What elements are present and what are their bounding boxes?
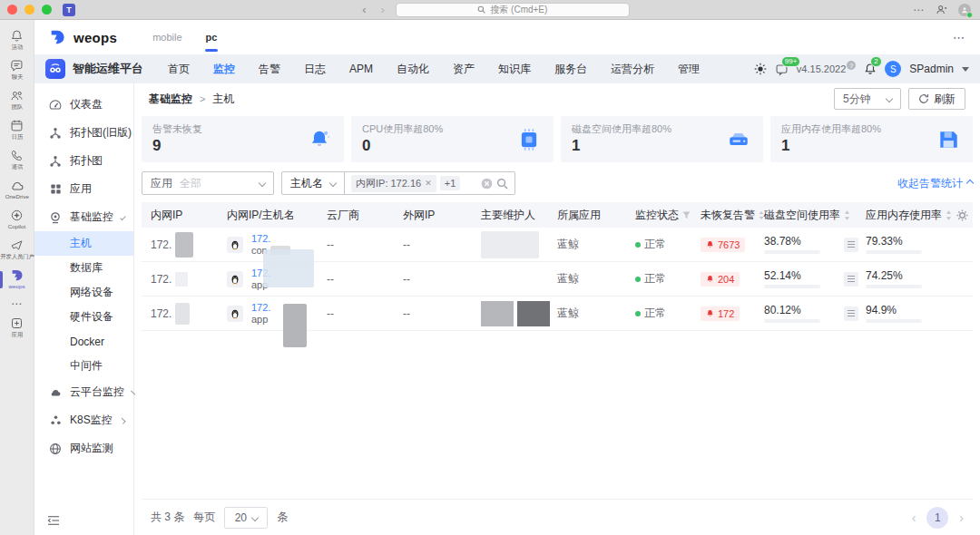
linux-os-icon (227, 271, 243, 287)
alarm-count-badge[interactable]: 172 (701, 306, 740, 321)
user-menu-caret-icon[interactable] (962, 67, 969, 72)
col-header-label: 外网IP (403, 208, 435, 223)
nav-item-automation[interactable]: 自动化 (385, 54, 441, 83)
nav-item-analysis[interactable]: 运营分析 (599, 54, 666, 83)
sidebar-item-k8s-monitor[interactable]: K8S监控 (34, 406, 133, 434)
sidebar-item-dashboard[interactable]: 仪表盘 (34, 91, 133, 119)
col-header-alarms[interactable]: 未恢复告警 (701, 208, 764, 223)
rail-item-weops[interactable]: weops (0, 265, 34, 295)
sidebar-item-application[interactable]: 应用 (34, 175, 133, 203)
breadcrumb-level1[interactable]: 基础监控 (149, 92, 192, 107)
global-search-input[interactable]: 搜索 (Cmd+E) (396, 3, 630, 17)
nav-item-log[interactable]: 日志 (292, 54, 338, 83)
disk-detail-button[interactable] (844, 306, 858, 321)
sidebar-item-hardware-device[interactable]: 硬件设备 (34, 305, 133, 329)
nav-item-monitor[interactable]: 监控 (201, 54, 247, 83)
cloud-monitor-icon (49, 386, 62, 399)
application-filter-select[interactable]: 应用 全部 (142, 171, 274, 195)
sort-icon[interactable] (946, 210, 952, 220)
interval-select[interactable]: 5分钟 (834, 88, 901, 110)
rail-item-calendar[interactable]: 日历 (0, 115, 34, 145)
rail-item-chat[interactable]: 聊天 (0, 55, 34, 85)
current-page-button[interactable]: 1 (926, 507, 948, 529)
username[interactable]: SPadmin (909, 63, 954, 75)
version-help-icon[interactable]: ? (847, 61, 856, 70)
nav-item-admin[interactable]: 管理 (666, 54, 711, 83)
nav-item-alarm[interactable]: 告警 (247, 54, 292, 83)
tab-pc[interactable]: pc (194, 20, 230, 54)
sidebar-item-topology[interactable]: 拓扑图 (34, 147, 133, 175)
collapse-alarm-stats-link[interactable]: 收起告警统计 (897, 176, 973, 191)
sort-icon[interactable] (844, 210, 850, 220)
minimize-window-button[interactable] (24, 5, 34, 15)
more-tags-badge[interactable]: +1 (440, 176, 461, 190)
col-header-status[interactable]: 监控状态 (635, 208, 701, 223)
nav-item-assets[interactable]: 资产 (441, 54, 486, 83)
message-center-button[interactable]: 99+ (775, 63, 789, 76)
close-window-button[interactable] (7, 5, 17, 15)
rail-item-onedrive[interactable]: OneDrive (0, 175, 34, 205)
app-body: 仪表盘 拓扑图(旧版) 拓扑图 应用 基础监控 (34, 83, 980, 535)
alarm-count-badge[interactable]: 204 (701, 272, 740, 287)
forward-button[interactable]: › (377, 4, 388, 15)
column-settings-button[interactable] (956, 209, 973, 221)
rail-item-label: 聊天 (11, 74, 22, 81)
contacts-icon[interactable] (936, 4, 947, 15)
cell-maintainer (481, 231, 557, 258)
header-more-button[interactable]: ⋯ (953, 31, 965, 44)
refresh-button[interactable]: 刷新 (908, 88, 965, 110)
search-condition-input[interactable]: 内网IP: 172.16 ✕ +1 (345, 171, 515, 195)
rail-item-apps[interactable]: 应用 (0, 313, 34, 343)
nav-item-knowledge[interactable]: 知识库 (486, 54, 543, 83)
back-button[interactable]: ‹ (358, 4, 369, 15)
user-avatar[interactable] (958, 4, 971, 16)
rail-item-teams[interactable]: 团队 (0, 85, 34, 115)
host-ip-link[interactable]: 172. (251, 233, 290, 245)
per-page-unit: 条 (277, 510, 288, 525)
search-icon[interactable] (496, 178, 508, 190)
public-ip-text: -- (403, 238, 410, 251)
sidebar-item-label: 硬件设备 (70, 309, 113, 325)
remove-tag-icon[interactable]: ✕ (425, 179, 432, 188)
theme-sun-icon[interactable] (754, 63, 767, 75)
nav-item-servicedesk[interactable]: 服务台 (543, 54, 599, 83)
sidebar-item-database[interactable]: 数据库 (34, 256, 133, 280)
sidebar-item-cloud-monitor[interactable]: 云平台监控 (34, 378, 133, 406)
notification-button[interactable]: 2 (864, 63, 877, 75)
sidebar-collapse-button[interactable] (47, 515, 60, 526)
maximize-window-button[interactable] (42, 5, 52, 15)
col-header-disk-usage[interactable]: 磁盘空间使用率 (764, 208, 866, 223)
filter-funnel-icon[interactable] (682, 211, 691, 219)
prev-page-button[interactable]: ‹ (912, 511, 916, 525)
nav-item-home[interactable]: 首页 (156, 54, 201, 83)
tab-mobile[interactable]: mobile (141, 20, 193, 54)
host-ip-link[interactable]: 172. (251, 302, 270, 314)
sidebar-item-network-device[interactable]: 网络设备 (34, 280, 133, 305)
alarm-count-badge[interactable]: 7673 (701, 238, 745, 252)
titlebar-more-button[interactable]: ⋯ (913, 4, 925, 16)
sidebar-item-middleware[interactable]: 中间件 (34, 354, 133, 378)
rail-item-dev-portal[interactable]: 开发人员门户 (0, 235, 34, 265)
clear-icon[interactable] (481, 178, 493, 190)
rail-item-copilot[interactable]: Copilot (0, 205, 34, 235)
cell-alarms: 204 (701, 272, 764, 287)
sidebar-item-basic-monitor[interactable]: 基础监控 (34, 203, 133, 231)
rail-more-button[interactable]: ⋯ (11, 295, 23, 313)
account-avatar[interactable]: S (885, 61, 901, 77)
next-page-button[interactable]: › (959, 511, 964, 525)
rail-item-activity[interactable]: 活动 (0, 25, 34, 55)
sidebar-item-host[interactable]: 主机 (34, 231, 133, 256)
col-header-memory-usage[interactable]: 应用内存使用率 (866, 208, 956, 223)
nav-item-apm[interactable]: APM (338, 54, 385, 83)
sidebar-item-topology-old[interactable]: 拓扑图(旧版) (34, 119, 133, 147)
topology-icon (49, 127, 62, 140)
rail-item-calls[interactable]: 通话 (0, 145, 34, 175)
disk-detail-button[interactable] (844, 272, 858, 287)
sidebar-item-website-monitor[interactable]: 网站监测 (34, 434, 133, 462)
search-field-select[interactable]: 主机名 (281, 171, 345, 195)
disk-drive-icon (727, 128, 750, 151)
disk-detail-button[interactable] (844, 238, 858, 252)
sidebar-item-docker[interactable]: Docker (34, 329, 133, 354)
per-page-select[interactable]: 20 (224, 507, 268, 529)
cell-status: 正常 (635, 306, 701, 321)
